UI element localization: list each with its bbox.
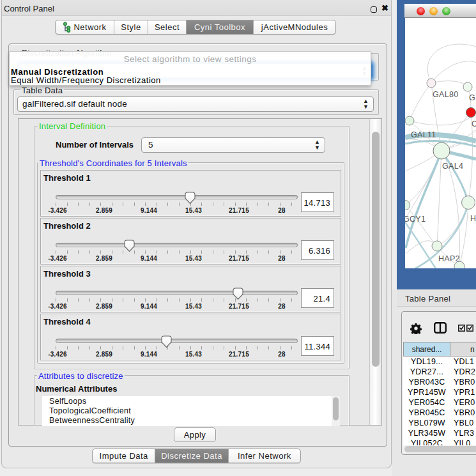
svg-text:GCY1: GCY1 [405,215,426,224]
svg-text:G.: G. [469,93,476,102]
svg-text:HAP2: HAP2 [438,254,460,263]
svg-text:GAL80: GAL80 [433,90,458,99]
svg-text:GAL11: GAL11 [411,130,436,139]
svg-text:C: C [472,119,476,128]
svg-text:H: H [470,214,476,223]
svg-text:GAL4: GAL4 [442,162,463,171]
